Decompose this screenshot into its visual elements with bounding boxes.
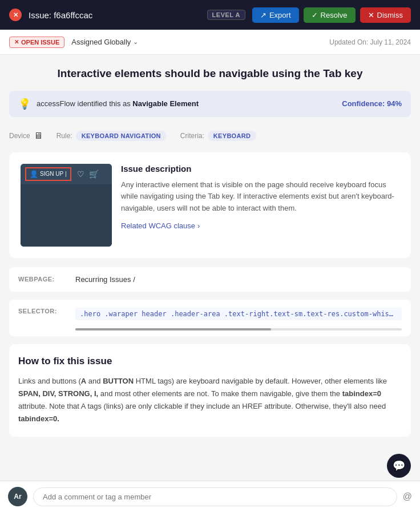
screenshot-cart-icon: 🛒 [89, 170, 99, 179]
avatar: Ar [8, 487, 27, 506]
selector-label: SELECTOR: [18, 308, 75, 315]
issue-card: 👤 SIGN UP | ♡ 🛒 Issue description Any in… [9, 152, 411, 258]
criteria-meta: Criteria: KEYBOARD [180, 131, 256, 141]
open-issue-badge: OPEN ISSUE [9, 37, 64, 48]
wcag-link-label: Related WCAG clause [121, 221, 195, 230]
screenshot-body [21, 184, 112, 247]
webpage-card: WEBPAGE: Recurring Issues / [9, 267, 411, 292]
issue-desc-text: Any interactive element that is visible … [121, 179, 399, 215]
chat-button[interactable]: 💬 [387, 454, 411, 478]
assigned-globally-dropdown[interactable]: Assigned Globally ⌄ [71, 38, 138, 46]
confidence-element-type: Navigable Element [132, 99, 199, 108]
issue-screenshot: 👤 SIGN UP | ♡ 🛒 [21, 164, 112, 247]
assigned-globally-label: Assigned Globally [71, 38, 131, 46]
issue-title: Interactive elements should be navigable… [9, 66, 411, 82]
selector-scrollbar[interactable] [75, 328, 402, 330]
selector-row: SELECTOR: .hero .waraper header .header-… [9, 300, 411, 328]
confidence-prefix: accessFlow identified this as [37, 99, 132, 108]
dismiss-x-icon: ✕ [368, 11, 374, 19]
webpage-label: WEBPAGE: [18, 276, 75, 283]
screenshot-signup-button: 👤 SIGN UP | [25, 167, 71, 181]
issue-id: Issue: f6a6ffccac [29, 10, 200, 20]
confidence-text: accessFlow identified this as Navigable … [37, 99, 336, 108]
monitor-icon: 🖥 [34, 131, 43, 141]
webpage-row: WEBPAGE: Recurring Issues / [9, 267, 411, 292]
fix-section: How to fix this issue Links and buttons … [9, 344, 411, 437]
selector-value: .hero .waraper header .header-area .text… [75, 308, 402, 320]
main-content: Interactive elements should be navigable… [0, 55, 420, 457]
header: Issue: f6a6ffccac LEVEL A ↗ Export ✓ Res… [0, 0, 420, 30]
selector-card: SELECTOR: .hero .waraper header .header-… [9, 300, 411, 336]
sub-header: OPEN ISSUE Assigned Globally ⌄ Updated O… [0, 30, 420, 55]
rule-meta: Rule: KEYBOARD NAVIGATION [56, 131, 167, 141]
rule-label: Rule: [56, 132, 72, 140]
webpage-value: Recurring Issues / [75, 275, 402, 284]
fix-title: How to fix this issue [18, 356, 402, 367]
updated-on-label: Updated On: July 11, 2024 [329, 38, 411, 46]
criteria-value: KEYBOARD [208, 131, 256, 141]
screenshot-nav: 👤 SIGN UP | ♡ 🛒 [21, 164, 112, 184]
issue-card-inner: 👤 SIGN UP | ♡ 🛒 Issue description Any in… [9, 152, 411, 258]
close-icon[interactable] [9, 9, 22, 21]
level-badge: LEVEL A [207, 10, 245, 20]
chevron-down-icon: ⌄ [133, 38, 138, 46]
wcag-arrow-icon: › [197, 221, 200, 230]
header-actions: ↗ Export ✓ Resolve ✕ Dismiss [252, 7, 411, 23]
at-icon[interactable]: @ [403, 491, 412, 502]
issue-description-section: Issue description Any interactive elemen… [121, 164, 399, 247]
wcag-link[interactable]: Related WCAG clause › [121, 221, 399, 230]
selector-scrollbar-thumb [75, 328, 271, 330]
device-label: Device [9, 132, 30, 140]
fix-text: Links and buttons (A and BUTTON HTML tag… [18, 375, 402, 425]
device-meta: Device 🖥 [9, 131, 43, 141]
export-button[interactable]: ↗ Export [252, 7, 299, 23]
comment-input[interactable] [33, 487, 397, 506]
dismiss-button[interactable]: ✕ Dismiss [360, 7, 411, 23]
rule-value: KEYBOARD NAVIGATION [76, 131, 167, 141]
check-icon: ✓ [312, 11, 318, 19]
issue-desc-title: Issue description [121, 164, 399, 174]
screenshot-user-icon: 👤 [30, 170, 38, 178]
screenshot-heart-icon: ♡ [77, 170, 84, 179]
chat-icon: 💬 [393, 459, 405, 472]
screenshot-signup-label: SIGN UP [40, 171, 63, 177]
confidence-value: Confidence: 94% [342, 99, 402, 108]
confidence-banner: 💡 accessFlow identified this as Navigabl… [9, 91, 411, 117]
export-icon: ↗ [260, 11, 266, 19]
comment-bar: Ar @ [0, 481, 420, 512]
criteria-label: Criteria: [180, 132, 204, 140]
lightbulb-icon: 💡 [18, 98, 31, 110]
meta-row: Device 🖥 Rule: KEYBOARD NAVIGATION Crite… [9, 128, 411, 143]
screenshot-icons: ♡ 🛒 [77, 170, 99, 179]
resolve-button[interactable]: ✓ Resolve [304, 7, 356, 23]
